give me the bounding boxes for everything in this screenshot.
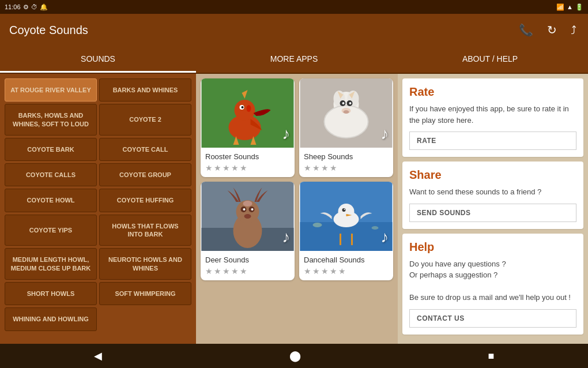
timer-icon: ⏱ — [31, 3, 37, 10]
help-card: Help Do you have any questions ?Or perha… — [402, 234, 583, 335]
deer-stars: ★★★★★ — [205, 266, 290, 276]
sheep-svg — [299, 78, 393, 148]
sound-neurotic-howls[interactable]: NEUROTIC HOWLS AND WHINES — [99, 248, 191, 280]
sound-barks-whines[interactable]: BARKS AND WHINES — [99, 78, 191, 102]
sound-coyote-huffing[interactable]: COYOTE HUFFING — [99, 189, 191, 212]
title-bar: Coyote Sounds 📞 ↻ ⤴ — [0, 14, 588, 46]
sound-coyote-call[interactable]: COYOTE CALL — [99, 138, 191, 161]
rooster-info: Rooster Sounds ★★★★★ — [201, 148, 295, 177]
sheep-name: Sheep Sounds — [304, 152, 389, 161]
back-button[interactable]: ◀ — [80, 345, 116, 367]
dancehall-name: Dancehall Sounds — [304, 256, 389, 264]
sound-howls-flows-bark[interactable]: HOWLS THAT FLOWS INTO BARK — [99, 215, 191, 246]
svg-point-20 — [344, 110, 349, 114]
dancehall-info: Dancehall Sounds ★★★★★ — [299, 251, 393, 280]
app-card-dancehall[interactable]: ♪ Dancehall Sounds ★★★★★ — [299, 182, 393, 280]
deer-name: Deer Sounds — [205, 256, 290, 264]
svg-point-30 — [251, 208, 254, 211]
music-note-deer: ♪ — [282, 228, 290, 246]
rooster-name: Rooster Sounds — [205, 152, 290, 161]
contact-us-button[interactable]: CONTACT US — [409, 309, 576, 328]
sound-whining-howling[interactable]: WHINING AND HOWLING — [5, 307, 97, 331]
phone-button[interactable]: 📞 — [517, 21, 536, 39]
refresh-button[interactable]: ↻ — [545, 21, 559, 39]
help-panel: Rate If you have enjoyed this app, be su… — [398, 74, 588, 344]
svg-point-36 — [338, 204, 355, 220]
notification-icon: 🔔 — [40, 3, 48, 11]
main-content: AT ROUGE RIVER VALLEY BARKS AND WHINES B… — [0, 74, 588, 344]
sound-coyote-yips[interactable]: COYOTE YIPS — [5, 215, 97, 246]
dancehall-stars: ★★★★★ — [304, 266, 389, 276]
sound-coyote-group[interactable]: COYOTE GROUP — [99, 163, 191, 186]
music-note-rooster: ♪ — [282, 125, 290, 143]
sound-soft-whimpering[interactable]: SOFT WHIMPERING — [99, 282, 191, 305]
rate-text: If you have enjoyed this app, be sure to… — [409, 103, 576, 126]
sound-barks-howls-whines[interactable]: BARKS, HOWLS AND WHINES, SOFT TO LOUD — [5, 104, 97, 136]
sound-coyote-2[interactable]: COYOTE 2 — [99, 104, 191, 136]
svg-point-43 — [372, 226, 379, 230]
tab-more-apps[interactable]: More apps — [196, 46, 392, 73]
status-right: 📶 ▲ 🔋 — [556, 3, 583, 11]
app-card-sheep[interactable]: ♪ Sheep Sounds ★★★★ — [299, 78, 393, 177]
sound-coyote-bark[interactable]: COYOTE BARK — [5, 138, 97, 161]
rooster-stars: ★★★★★ — [205, 163, 290, 172]
svg-point-2 — [235, 100, 255, 121]
apps-panel: ♪ Rooster Sounds ★★★★★ — [196, 74, 398, 344]
svg-point-18 — [349, 102, 352, 104]
deer-image: ♪ — [201, 182, 295, 251]
svg-point-6 — [242, 106, 244, 108]
share-title: Share — [409, 168, 576, 182]
tab-about-help[interactable]: About / Help — [392, 46, 588, 73]
help-title: Help — [409, 241, 576, 254]
deer-info: Deer Sounds ★★★★★ — [201, 251, 295, 280]
battery-icon: 🔋 — [575, 3, 583, 11]
status-left: 11:06 ⚙ ⏱ 🔔 — [5, 3, 48, 11]
bottom-nav: ◀ ⬤ ■ — [0, 344, 588, 368]
seagull-svg — [299, 182, 393, 251]
tab-sounds[interactable]: Sounds — [0, 46, 196, 73]
sound-medium-length-howl[interactable]: MEDIUM LENGTH HOWL, MEDIUM CLOSE UP BARK — [5, 248, 97, 280]
signal-icon: ▲ — [567, 3, 573, 10]
status-time: 11:06 — [5, 3, 21, 10]
music-note-sheep: ♪ — [380, 125, 389, 143]
help-text: Do you have any questions ?Or perhaps a … — [409, 258, 576, 303]
recents-button[interactable]: ■ — [474, 346, 508, 367]
sheep-info: Sheep Sounds ★★★★ — [299, 148, 393, 177]
rate-card: Rate If you have enjoyed this app, be su… — [402, 78, 583, 157]
rate-title: Rate — [409, 85, 576, 99]
svg-point-42 — [313, 223, 322, 227]
share-button[interactable]: ⤴ — [568, 21, 579, 39]
tab-bar: Sounds More apps About / Help — [0, 46, 588, 74]
svg-point-37 — [342, 208, 346, 212]
sound-coyote-calls[interactable]: COYOTE CALLS — [5, 163, 97, 186]
sheep-image: ♪ — [299, 78, 393, 148]
dancehall-image: ♪ — [299, 182, 393, 251]
send-sounds-button[interactable]: SEND SOUNDS — [409, 204, 576, 222]
music-note-dancehall: ♪ — [380, 228, 389, 246]
settings-icon: ⚙ — [23, 3, 29, 11]
share-text: Want to send these sounds to a friend ? — [409, 186, 576, 198]
app-title: Coyote Sounds — [9, 24, 88, 37]
title-actions: 📞 ↻ ⤴ — [517, 21, 579, 39]
svg-point-31 — [244, 214, 251, 219]
rooster-image: ♪ — [201, 78, 295, 148]
sounds-panel: AT ROUGE RIVER VALLEY BARKS AND WHINES B… — [0, 74, 196, 344]
svg-point-38 — [344, 209, 345, 210]
status-bar: 11:06 ⚙ ⏱ 🔔 📶 ▲ 🔋 — [0, 0, 588, 14]
sound-coyote-howl[interactable]: COYOTE HOWL — [5, 189, 97, 212]
svg-point-32 — [243, 201, 252, 206]
rooster-svg — [201, 78, 295, 148]
svg-point-4 — [247, 105, 251, 112]
app-card-deer[interactable]: ♪ Deer Sounds ★★★★★ — [201, 182, 295, 280]
sheep-stars: ★★★★ — [304, 163, 389, 172]
sound-at-rouge-river[interactable]: AT ROUGE RIVER VALLEY — [5, 78, 97, 102]
rate-button[interactable]: RATE — [409, 132, 576, 150]
sound-short-howls[interactable]: SHORT HOWLS — [5, 282, 97, 305]
svg-point-17 — [342, 102, 345, 104]
home-button[interactable]: ⬤ — [276, 345, 315, 367]
app-card-rooster[interactable]: ♪ Rooster Sounds ★★★★★ — [201, 78, 295, 177]
deer-svg — [201, 182, 295, 251]
share-card: Share Want to send these sounds to a fri… — [402, 162, 583, 229]
svg-point-29 — [243, 208, 246, 211]
wifi-icon: 📶 — [556, 3, 564, 11]
